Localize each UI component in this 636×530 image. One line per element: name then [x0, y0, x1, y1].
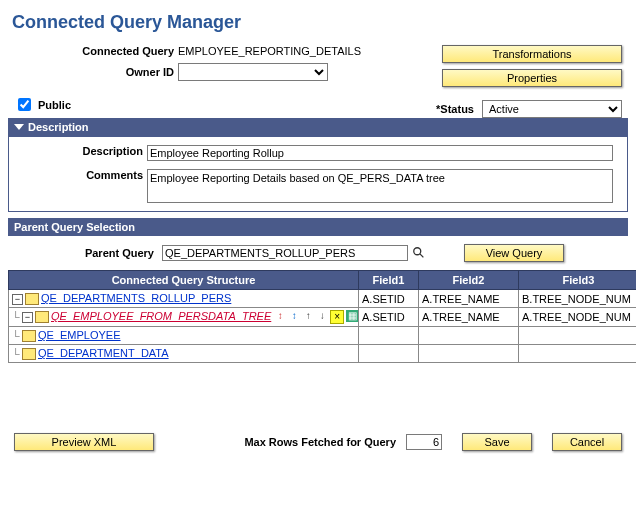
public-label: Public: [38, 99, 71, 111]
svg-point-0: [414, 248, 421, 255]
tree-toggle-icon[interactable]: −: [22, 312, 33, 323]
down-icon[interactable]: ↓: [316, 310, 328, 322]
parent-query-label: Parent Query: [14, 247, 158, 259]
col-field1-header: Field1: [359, 271, 419, 290]
cell-field1: [359, 345, 419, 363]
cell-field2: A.TREE_NAME: [419, 308, 519, 327]
col-field3-header: Field3: [519, 271, 637, 290]
description-section-title: Description: [28, 121, 89, 133]
table-row: −QE_DEPARTMENTS_ROLLUP_PERSA.SETIDA.TREE…: [9, 290, 637, 308]
transformations-button[interactable]: Transformations: [442, 45, 622, 63]
owner-id-select[interactable]: [178, 63, 328, 81]
properties-button[interactable]: Properties: [442, 69, 622, 87]
cell-field1: A.SETID: [359, 290, 419, 308]
parent-query-input[interactable]: [162, 245, 408, 261]
comments-textarea[interactable]: [147, 169, 613, 203]
comments-label: Comments: [17, 169, 147, 181]
connected-query-label: Connected Query: [8, 45, 178, 57]
cell-field2: A.TREE_NAME: [419, 290, 519, 308]
view-query-button[interactable]: View Query: [464, 244, 564, 262]
max-rows-input[interactable]: [406, 434, 442, 450]
svg-line-1: [420, 254, 424, 258]
cell-field1: A.SETID: [359, 308, 419, 327]
cell-field2: [419, 345, 519, 363]
public-checkbox[interactable]: [18, 98, 31, 111]
folder-icon: [22, 348, 36, 360]
status-label: *Status: [436, 103, 478, 115]
cell-field3: A.TREE_NODE_NUM: [519, 308, 637, 327]
owner-id-label: Owner ID: [8, 66, 178, 78]
table-row: └−QE_EMPLOYEE_FROM_PERSDATA_TREE↕↕↑↓×▦⧉A…: [9, 308, 637, 327]
cell-field3: B.TREE_NODE_NUM: [519, 290, 637, 308]
insert-child-icon[interactable]: ↕: [288, 310, 300, 322]
search-icon[interactable]: [412, 246, 426, 260]
col-structure-header: Connected Query Structure: [9, 271, 359, 290]
folder-icon: [25, 293, 39, 305]
table-row: └QE_EMPLOYEE: [9, 327, 637, 345]
description-input[interactable]: [147, 145, 613, 161]
parent-query-section-title: Parent Query Selection: [14, 221, 135, 233]
parent-query-section-bar: Parent Query Selection: [8, 218, 628, 236]
up-icon[interactable]: ↑: [302, 310, 314, 322]
tree-node-link[interactable]: QE_DEPARTMENTS_ROLLUP_PERS: [41, 292, 231, 304]
connected-query-value: EMPLOYEE_REPORTING_DETAILS: [178, 45, 408, 57]
max-rows-label: Max Rows Fetched for Query: [244, 436, 400, 448]
save-button[interactable]: Save: [462, 433, 532, 451]
cancel-button[interactable]: Cancel: [552, 433, 622, 451]
folder-icon: [22, 330, 36, 342]
cell-field2: [419, 327, 519, 345]
grid-icon[interactable]: ▦: [346, 310, 358, 322]
table-row: └QE_DEPARTMENT_DATA: [9, 345, 637, 363]
connected-query-structure-table: Connected Query Structure Field1 Field2 …: [8, 270, 636, 363]
tree-toggle-icon[interactable]: −: [12, 294, 23, 305]
col-field2-header: Field2: [419, 271, 519, 290]
preview-xml-button[interactable]: Preview XML: [14, 433, 154, 451]
folder-icon: [35, 311, 49, 323]
cell-field1: [359, 327, 419, 345]
tree-node-link[interactable]: QE_EMPLOYEE_FROM_PERSDATA_TREE: [51, 310, 271, 322]
insert-sibling-icon[interactable]: ↕: [274, 310, 286, 322]
delete-icon[interactable]: ×: [330, 310, 344, 324]
description-label: Description: [17, 145, 147, 157]
tree-node-link[interactable]: QE_EMPLOYEE: [38, 329, 121, 341]
cell-field3: [519, 345, 637, 363]
status-select[interactable]: Active: [482, 100, 622, 118]
description-section-bar[interactable]: Description: [8, 118, 628, 136]
tree-node-link[interactable]: QE_DEPARTMENT_DATA: [38, 347, 169, 359]
page-title: Connected Query Manager: [12, 12, 628, 33]
cell-field3: [519, 327, 637, 345]
collapse-icon: [14, 124, 24, 130]
